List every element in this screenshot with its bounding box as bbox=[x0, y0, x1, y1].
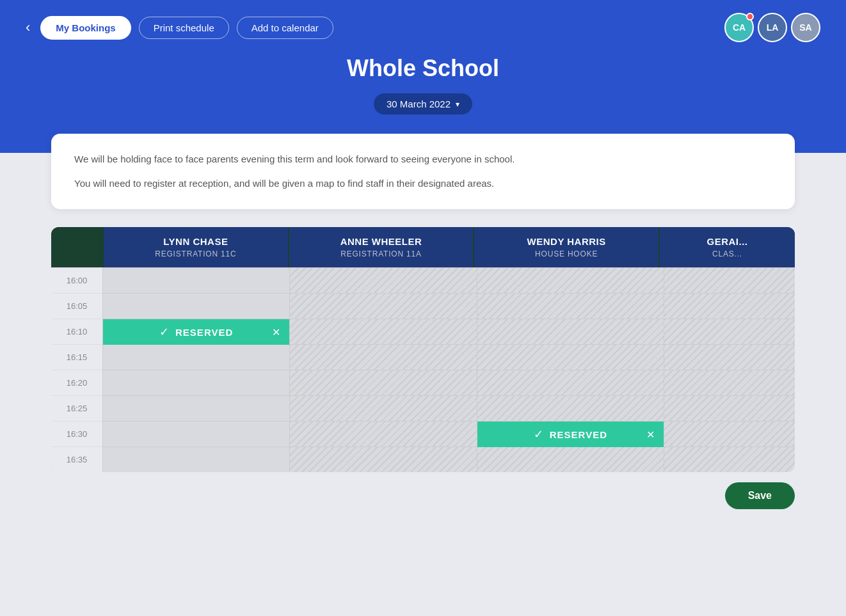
cell-lynn-3[interactable] bbox=[103, 344, 289, 370]
check-icon: ✓ bbox=[159, 325, 169, 339]
time-slot-1610: 16:10 bbox=[51, 319, 102, 344]
teacher-sub-wendy-harris: HOUSE HOOKE bbox=[484, 249, 648, 258]
date-picker-area: 30 March 2022 ▾ bbox=[26, 93, 820, 115]
cell-lynn-1[interactable] bbox=[103, 293, 289, 319]
cell-wendy-0 bbox=[477, 267, 664, 293]
back-button[interactable]: ‹ bbox=[26, 20, 30, 35]
close-icon-lynn[interactable]: ✕ bbox=[272, 326, 280, 338]
close-icon-wendy[interactable]: ✕ bbox=[646, 429, 655, 441]
teacher-name-anne-wheeler: ANNE WHEELER bbox=[299, 236, 463, 247]
cell-lynn-7[interactable] bbox=[103, 446, 289, 472]
time-column: 16:00 16:05 16:10 16:15 16:20 16:25 16:3… bbox=[51, 267, 102, 472]
add-to-calendar-button[interactable]: Add to calendar bbox=[237, 17, 333, 39]
cell-anne-0 bbox=[290, 267, 476, 293]
time-slot-1630: 16:30 bbox=[51, 421, 102, 446]
avatar-ca[interactable]: CA bbox=[724, 13, 754, 42]
cell-anne-7 bbox=[290, 446, 476, 472]
reserved-label-lynn: RESERVED bbox=[175, 327, 233, 338]
cell-gerai-4 bbox=[664, 370, 795, 395]
cell-wendy-2 bbox=[477, 319, 664, 344]
reserved-label-wendy: RESERVED bbox=[550, 429, 607, 440]
time-slot-1625: 16:25 bbox=[51, 395, 102, 421]
cell-gerai-0 bbox=[664, 267, 795, 293]
page-header: ‹ My Bookings Print schedule Add to cale… bbox=[0, 0, 846, 153]
reserved-slot-wendy[interactable]: ✓ RESERVED ✕ bbox=[477, 422, 664, 447]
teacher-sub-lynn-chase: REGISTRATION 11C bbox=[114, 249, 278, 258]
col-header-lynn-chase[interactable]: LYNN CHASE REGISTRATION 11C bbox=[102, 227, 288, 267]
info-card: We will be holding face to face parents … bbox=[51, 134, 795, 209]
time-column-header bbox=[51, 227, 102, 267]
cell-wendy-1 bbox=[477, 293, 664, 319]
col-header-anne-wheeler[interactable]: ANNE WHEELER REGISTRATION 11A bbox=[288, 227, 474, 267]
cell-lynn-6[interactable] bbox=[103, 421, 289, 446]
check-icon-wendy: ✓ bbox=[534, 427, 543, 441]
cell-gerai-2 bbox=[664, 319, 795, 344]
col-header-gerai[interactable]: GERAI... CLAS... bbox=[658, 227, 795, 267]
cell-gerai-1 bbox=[664, 293, 795, 319]
reserved-slot-lynn[interactable]: ✓ RESERVED ✕ bbox=[103, 319, 289, 345]
teacher-sub-anne-wheeler: REGISTRATION 11A bbox=[299, 249, 463, 258]
col-header-wendy-harris[interactable]: WENDY HARRIS HOUSE HOOKE bbox=[473, 227, 658, 267]
save-button[interactable]: Save bbox=[725, 482, 795, 509]
teacher-name-wendy-harris: WENDY HARRIS bbox=[484, 236, 648, 247]
date-label: 30 March 2022 bbox=[387, 99, 451, 109]
print-schedule-button[interactable]: Print schedule bbox=[139, 17, 229, 39]
schedule-grid: 16:00 16:05 16:10 16:15 16:20 16:25 16:3… bbox=[51, 267, 795, 472]
teacher-name-gerai: GERAI... bbox=[670, 236, 785, 247]
cell-gerai-7 bbox=[664, 446, 795, 472]
schedule-header: LYNN CHASE REGISTRATION 11C ANNE WHEELER… bbox=[51, 227, 795, 267]
cell-lynn-2[interactable]: ✓ RESERVED ✕ bbox=[103, 319, 289, 344]
cell-wendy-7 bbox=[477, 446, 664, 472]
schedule-area: LYNN CHASE REGISTRATION 11C ANNE WHEELER… bbox=[51, 227, 795, 472]
time-slot-1605: 16:05 bbox=[51, 293, 102, 319]
grid-col-gerai bbox=[664, 267, 795, 472]
chevron-down-icon: ▾ bbox=[456, 100, 459, 109]
avatar-la[interactable]: LA bbox=[758, 13, 787, 42]
time-slot-1600: 16:00 bbox=[51, 267, 102, 293]
cell-anne-1 bbox=[290, 293, 476, 319]
time-slot-1615: 16:15 bbox=[51, 344, 102, 370]
cell-anne-2 bbox=[290, 319, 476, 344]
cell-anne-4 bbox=[290, 370, 476, 395]
grid-col-lynn-chase: ✓ RESERVED ✕ bbox=[102, 267, 289, 472]
grid-col-wendy-harris: ✓ RESERVED ✕ bbox=[477, 267, 664, 472]
cell-anne-6 bbox=[290, 421, 476, 446]
avatar-group: CA LA SA bbox=[724, 13, 820, 42]
cell-gerai-6 bbox=[664, 421, 795, 446]
cell-wendy-4 bbox=[477, 370, 664, 395]
cell-anne-3 bbox=[290, 344, 476, 370]
grid-col-anne-wheeler bbox=[289, 267, 476, 472]
avatar-sa[interactable]: SA bbox=[791, 13, 820, 42]
time-slot-1635: 16:35 bbox=[51, 446, 102, 472]
cell-lynn-4[interactable] bbox=[103, 370, 289, 395]
cell-gerai-5 bbox=[664, 395, 795, 421]
teacher-name-lynn-chase: LYNN CHASE bbox=[114, 236, 278, 247]
cell-lynn-5[interactable] bbox=[103, 395, 289, 421]
cell-gerai-3 bbox=[664, 344, 795, 370]
teacher-sub-gerai: CLAS... bbox=[670, 249, 785, 258]
info-line-2: You will need to register at reception, … bbox=[74, 176, 772, 191]
cell-wendy-6[interactable]: ✓ RESERVED ✕ bbox=[477, 421, 664, 446]
cell-wendy-5 bbox=[477, 395, 664, 421]
page-title: Whole School bbox=[26, 55, 820, 82]
save-area: Save bbox=[0, 472, 846, 528]
my-bookings-button[interactable]: My Bookings bbox=[40, 16, 131, 40]
time-slot-1620: 16:20 bbox=[51, 370, 102, 395]
cell-anne-5 bbox=[290, 395, 476, 421]
notification-dot bbox=[746, 13, 754, 20]
cell-lynn-0[interactable] bbox=[103, 267, 289, 293]
info-line-1: We will be holding face to face parents … bbox=[74, 152, 772, 167]
date-pill[interactable]: 30 March 2022 ▾ bbox=[374, 93, 472, 115]
cell-wendy-3 bbox=[477, 344, 664, 370]
header-top: ‹ My Bookings Print schedule Add to cale… bbox=[26, 13, 820, 42]
